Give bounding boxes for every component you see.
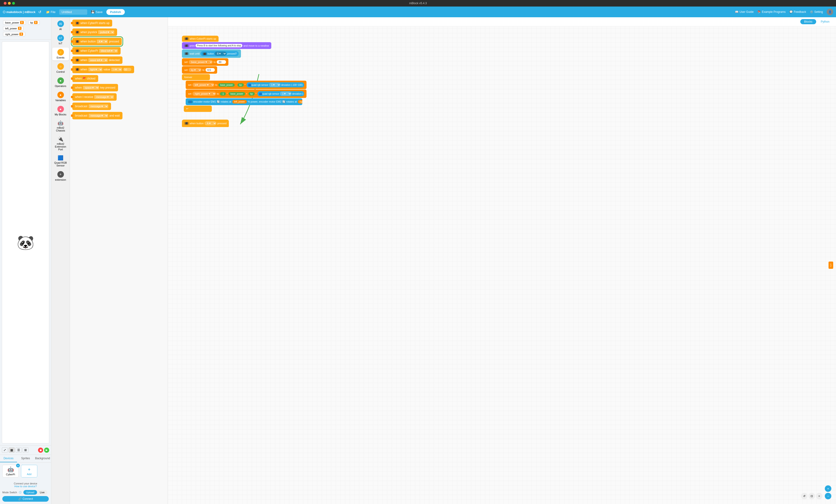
category-iot[interactable]: IoT IoT (52, 33, 69, 46)
file-menu-button[interactable]: 📁 File (44, 9, 57, 15)
category-operators[interactable]: ● Operators (52, 76, 69, 89)
set-kp-dropdown[interactable]: kp▼ (189, 68, 202, 72)
variable-kp[interactable]: kp 0 (28, 20, 40, 25)
stop-button[interactable]: ⏹ (38, 448, 43, 453)
broadcast-dropdown[interactable]: message▼ (89, 104, 108, 108)
block-receive-message[interactable]: when I receive message▼ (72, 93, 117, 101)
block-flag-clicked[interactable]: when 🚩 clicked (72, 75, 98, 82)
sprite-stage: 🐼 (2, 41, 49, 443)
wave-direction-dropdown[interactable]: wave left▼ (89, 58, 108, 62)
add-device-button[interactable]: + Add (21, 465, 37, 478)
rgb-sensor-dropdown2[interactable]: 1▼ (280, 92, 291, 96)
rgb-sensor-dropdown1[interactable]: 1▼ (269, 83, 281, 87)
canvas-block-set-leftpower[interactable]: set left_power▼ to base_power - kp * (186, 81, 306, 89)
setting-link[interactable]: ⚙️ Setting (810, 10, 823, 14)
reset-view-button[interactable]: ↺ (801, 493, 808, 499)
key-select-dropdown[interactable]: space▼ (83, 86, 99, 90)
tab-devices[interactable]: Devices (0, 455, 17, 462)
center-view-button[interactable]: = (816, 493, 822, 499)
nav-right-area: 📖 User Guide 📚 Example Programs 💬 Feedba… (735, 8, 833, 15)
mode-switch-info[interactable]: ⓘ (19, 491, 21, 494)
block-wave[interactable]: ⬛ when wave left▼ detected (72, 56, 122, 64)
set-leftpower-dropdown[interactable]: left_power▼ (192, 83, 214, 87)
block-light-value[interactable]: ⬛ when light▼ value >▼ (72, 66, 134, 73)
broadcast-wait-dropdown[interactable]: message▼ (89, 114, 108, 117)
block-key-pressed[interactable]: when space▼ key pressed (72, 84, 118, 91)
project-name-input[interactable] (59, 9, 87, 15)
block-joystick[interactable]: ⬛ when joystick pulled▼ (72, 28, 117, 36)
code-toggle-button[interactable]: </> (829, 261, 833, 269)
device-cyberpi[interactable]: ✕ 🤖 CyberPi (2, 465, 19, 478)
panel-tabs: Devices Sprites Background (0, 455, 51, 463)
set-basepower-dropdown[interactable]: base_power▼ (189, 60, 213, 64)
category-myblocks[interactable]: ● My Blocks (52, 104, 69, 117)
set-rightpower-dropdown[interactable]: right_power▼ (192, 92, 216, 96)
variable-left-power[interactable]: left_power 0 (3, 26, 23, 31)
window-controls[interactable] (4, 2, 15, 5)
canvas-block-wait-until[interactable]: ⬛ wait until ⬛ button B▼ pressed? (182, 50, 241, 58)
comparison-dropdown[interactable]: >▼ (111, 67, 122, 71)
variable-base-power[interactable]: base_power 0 (3, 20, 26, 25)
nav-icon-button[interactable]: ↺ (37, 9, 42, 15)
block-broadcast-wait[interactable]: broadcast message▼ and wait (72, 112, 122, 119)
zoom-controls: + − (825, 485, 831, 499)
tile-view-btn[interactable]: ⊞ (23, 447, 28, 453)
category-ai[interactable]: AI AI (52, 19, 69, 32)
block-broadcast[interactable]: broadcast message▼ (72, 102, 111, 110)
category-mbot2chassis[interactable]: 🤖 mBot2 Chassis (52, 119, 69, 133)
live-mode-btn[interactable]: Live (37, 490, 48, 495)
zoom-in-button[interactable]: + (825, 485, 831, 492)
tab-blocks[interactable]: Blocks (800, 19, 816, 24)
wait-button-dropdown[interactable]: B▼ (214, 52, 227, 56)
save-button[interactable]: 💾 Save (89, 9, 104, 15)
canvas-block-button-hat[interactable]: ⬛ when button A▼ pressed (182, 120, 229, 127)
minimize-button[interactable] (8, 2, 11, 5)
canvas-block-set-basepower[interactable]: set base_power▼ to 30 (182, 58, 228, 66)
maximize-button[interactable] (12, 2, 15, 5)
category-control[interactable]: ○ Control (52, 62, 69, 75)
connect-button[interactable]: 🔗 Connect (2, 496, 49, 502)
avatar[interactable]: 👤 (826, 8, 833, 15)
canvas-area[interactable]: ⬛ when CyberPi starts up ⬛ print Press B… (168, 26, 836, 504)
canvas-block-hat[interactable]: ⬛ when CyberPi starts up (182, 36, 218, 42)
canvas-block-set-rightpower[interactable]: set right_power▼ to -1 * base_power + (186, 90, 306, 98)
canvas-block-forever[interactable]: forever (182, 74, 210, 80)
block-button-pressed[interactable]: ⬛ when button A▼ pressed (72, 38, 122, 45)
block-tilted[interactable]: ⬛ when CyberPi tilted left▼ (72, 47, 120, 55)
category-extension[interactable]: + extension (52, 170, 69, 182)
canvas-block-print[interactable]: ⬛ print Press B to start line following … (182, 42, 271, 49)
canvas-button-dropdown[interactable]: A▼ (205, 121, 216, 125)
block-cyberpi-starts[interactable]: ⬛ when CyberPi starts up (72, 20, 112, 26)
tab-sprites[interactable]: Sprites (17, 455, 34, 462)
category-events[interactable]: ⚡ Events (52, 47, 69, 60)
user-guide-link[interactable]: 📖 User Guide (735, 10, 754, 14)
grid-view-btn[interactable]: ▦ (8, 447, 15, 453)
canvas-block-encoder[interactable]: 👤 encoder motor EM1 🔄 rotates at left_po… (186, 98, 302, 105)
joystick-direction-dropdown[interactable]: pulled▼ (98, 30, 114, 34)
canvas-block-forever-arrow[interactable]: ↩ (184, 105, 212, 112)
category-quadrgb[interactable]: 🟦 Quad RGB Sensor (52, 154, 69, 168)
category-variables[interactable]: ● Variables (52, 90, 69, 103)
upload-mode-btn[interactable]: Upload (23, 490, 37, 495)
feedback-link[interactable]: 💬 Feedback (789, 10, 806, 14)
tab-background[interactable]: Background (34, 455, 51, 462)
tilt-direction-dropdown[interactable]: tilted left▼ (99, 49, 118, 53)
light-threshold-input[interactable] (123, 68, 131, 71)
how-to-use-link[interactable]: How to use device? (2, 485, 49, 488)
category-mbot2ext[interactable]: 🔌 mBot2 Extension Port (52, 135, 69, 152)
close-button[interactable] (4, 2, 6, 5)
fullscreen-btn[interactable]: ⤢ (2, 447, 8, 453)
fit-view-button[interactable]: ⊡ (809, 493, 815, 499)
go-button[interactable]: ▶ (44, 448, 49, 453)
light-sensor-dropdown[interactable]: light▼ (89, 67, 102, 71)
tab-python[interactable]: Python (817, 19, 833, 24)
button-select-dropdown[interactable]: A▼ (97, 40, 108, 43)
receive-message-dropdown[interactable]: message▼ (94, 95, 114, 99)
zoom-out-button[interactable]: − (825, 493, 831, 499)
example-programs-link[interactable]: 📚 Example Programs (757, 10, 786, 14)
canvas-block-set-kp[interactable]: set kp▼ to 0.5 (182, 66, 217, 74)
device-remove-btn[interactable]: ✕ (16, 464, 20, 467)
variable-right-power[interactable]: right_power 0 (3, 32, 25, 36)
publish-button[interactable]: Publish (107, 9, 125, 15)
list-view-btn[interactable]: ☰ (16, 447, 22, 453)
